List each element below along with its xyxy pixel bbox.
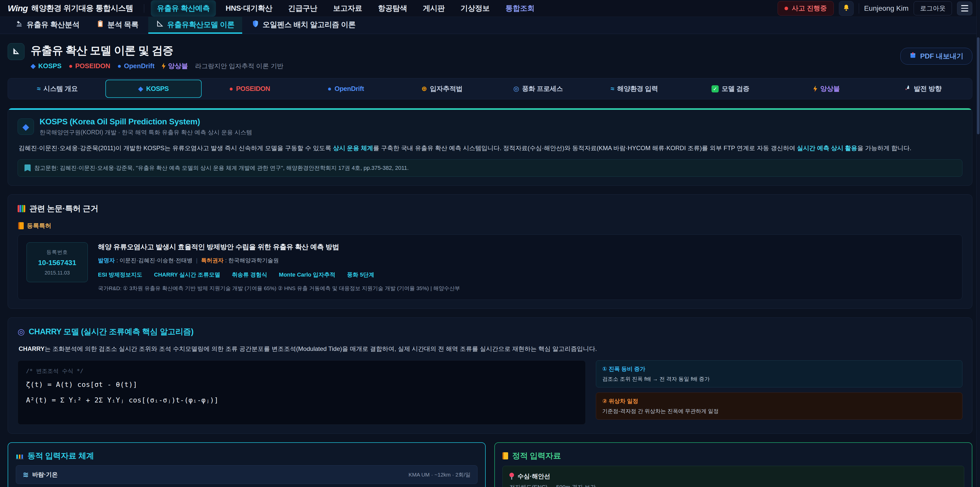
- note-title: ② 위상차 일정: [602, 398, 956, 405]
- patent-registration-box: 등록번호 10-1567431 2015.11.03: [27, 242, 88, 282]
- brand[interactable]: Wing 해양환경 위기대응 통합시스템: [8, 3, 133, 14]
- patent-tag[interactable]: ESI 방제정보지도: [98, 271, 142, 279]
- set-square-icon: [11, 46, 21, 57]
- charry-paragraph: CHARRY는 조화분석에 의한 검조소 실시간 조위와 조석 수치모델링에 의…: [19, 344, 961, 354]
- red-dot-icon: ●: [68, 62, 73, 70]
- section-tab-kosps[interactable]: ◆ KOSPS: [105, 80, 202, 98]
- bolt-icon: [813, 86, 817, 92]
- incident-status-badge[interactable]: 사고 진행중: [778, 1, 834, 16]
- subtab-diffusion-model-theory[interactable]: 유출유확산모델 이론: [148, 17, 242, 34]
- patent-details: 해양 유류오염사고 발생시 효율적인 방제방안 수립을 위한 유출유 확산 예측…: [98, 242, 953, 292]
- dynamic-input-rows: ≋ 바람·기온 KMA UM · ~12km · 2회/일 ≈ 해류(표층): [16, 465, 477, 487]
- inventors-label: 발명자: [98, 257, 115, 263]
- top-bar: Wing 해양환경 위기대응 통합시스템 유출유 확산예측 HNS·대기확산 긴…: [0, 0, 980, 17]
- patent-tag[interactable]: CHARRY 실시간 조류모델: [154, 271, 220, 279]
- blue-dot-icon: ●: [328, 85, 331, 93]
- paragraph-segment: 김혜진·이문진·오세웅·강준묵(2011)이 개발한 KOSPS는 유류오염사고…: [19, 145, 333, 152]
- shield-icon: [252, 20, 259, 29]
- patent-card: 등록번호 10-1567431 2015.11.03 해양 유류오염사고 발생시…: [18, 235, 963, 300]
- patent-meta-line: 발명자 : 이문진·김혜진·이승현·전태병|특허권자 : 한국해양과학기술원: [98, 257, 953, 264]
- page-title: 유출유 확산 모델 이론 및 검증: [30, 43, 283, 58]
- page-subtitle: 라그랑지안 입자추적 이론 기반: [195, 62, 283, 70]
- diamond-icon: ◆: [30, 62, 36, 70]
- brand-divider: [144, 4, 144, 13]
- paragraph-segment: 상시 운용 체계: [333, 145, 373, 152]
- formula-amplitude: A²(t) = Σ Yᵢ² + 2Σ YᵢYⱼ cos[(σᵢ-σⱼ)t-(φᵢ…: [26, 396, 577, 404]
- section-tab-overview[interactable]: ≈ 시스템 개요: [9, 80, 105, 98]
- incident-label: 사고 진행중: [792, 4, 827, 13]
- kosps-header: ◆ KOSPS (Korea Oil Spill Prediction Syst…: [18, 117, 963, 136]
- section-tab-weathering[interactable]: ◎ 풍화 프로세스: [490, 80, 586, 98]
- section-tab-opendrift[interactable]: ● OpenDrift: [298, 80, 394, 98]
- microscope-icon: [15, 20, 23, 29]
- kosps-subtitle: 한국해양연구원(KORDI) 개발 · 한국 해역 특화 유출유 확산 예측 상…: [40, 128, 252, 136]
- inventors-value: : 이문진·김혜진·이승현·전태병: [115, 257, 192, 263]
- section-tab-future[interactable]: 발전 방향: [875, 80, 971, 98]
- blue-dot-icon: ●: [118, 62, 121, 70]
- nav-emergency-rescue[interactable]: 긴급구난: [282, 0, 323, 17]
- nav-reports[interactable]: 보고자료: [327, 0, 368, 17]
- hamburger-menu-button[interactable]: [957, 2, 972, 15]
- papers-patents-card: 관련 논문·특허 근거 등록특허 등록번호 10-1567431 2015.11…: [8, 194, 972, 309]
- nav-weather-info[interactable]: 기상정보: [454, 0, 496, 17]
- note-desc: 기준점-격자점 간 위상차는 진폭에 무관하게 일정: [602, 407, 956, 415]
- patent-tag[interactable]: Monte Carlo 입자추적: [279, 271, 335, 279]
- section-tab-model-validation[interactable]: ✓ 모델 검증: [682, 80, 779, 98]
- dynamic-input-value: KMA UM · ~12km · 2회/일: [409, 471, 471, 478]
- subtab-analysis-list[interactable]: 분석 목록: [89, 17, 146, 34]
- assignee-value: : 한국해양과학기술원: [224, 257, 279, 263]
- assignee-label: 특허권자: [201, 257, 224, 263]
- paragraph-segment: 실시간 예측 상시 활용: [797, 145, 857, 152]
- charry-notes: ① 진폭 등비 증가 검조소 조위 진폭 f배 → 전 격자 동일 f배 증가 …: [596, 360, 963, 425]
- subtab-spill-analysis[interactable]: 유출유 확산분석: [8, 17, 87, 34]
- patent-tag[interactable]: 취송류 경험식: [232, 271, 267, 279]
- section-tab-poseidon[interactable]: ● POSEIDON: [202, 80, 298, 98]
- bathymetry-coastline-item: 수심·해안선 전자해도(ENC) → 500m 격자 보간: [503, 466, 964, 487]
- diamond-icon: ◆: [138, 85, 143, 93]
- scrollbar-thumb[interactable]: [977, 37, 980, 134]
- badge-kosps: ◆KOSPS: [30, 62, 62, 70]
- page-content: 유출유 확산 모델 이론 및 검증 ◆KOSPS ●POSEIDON ●Open…: [0, 34, 980, 487]
- amplitude-note-box: ① 진폭 등비 증가 검조소 조위 진폭 f배 → 전 격자 동일 f배 증가: [596, 360, 963, 387]
- section-tab-ensemble[interactable]: 앙상블: [778, 80, 875, 98]
- nav-integrated-search[interactable]: 통합조회: [499, 0, 541, 17]
- wave-icon: ≈: [611, 85, 614, 93]
- compass-icon: ⊕: [422, 85, 427, 93]
- page-title-block: 유출유 확산 모델 이론 및 검증 ◆KOSPS ●POSEIDON ●Open…: [30, 43, 283, 70]
- subtab-oil-fence-theory[interactable]: 오일펜스 배치 알고리즘 이론: [244, 17, 363, 34]
- note-desc: 검조소 조위 진폭 f배 → 전 격자 동일 f배 증가: [602, 375, 956, 383]
- nav-oil-spill-prediction[interactable]: 유출유 확산예측: [151, 0, 216, 17]
- topbar-right: 사고 진행중 Eunjeong Kim 로그아웃: [778, 1, 972, 16]
- kosps-icon-box: ◆: [18, 118, 34, 135]
- note-title: ① 진폭 등비 증가: [602, 365, 956, 373]
- section-tab-ocean-env-input[interactable]: ≈ 해양환경 입력: [586, 80, 682, 98]
- section-tab-particle-tracking[interactable]: ⊕ 입자추적법: [394, 80, 490, 98]
- registration-number: 10-1567431: [32, 259, 83, 267]
- paragraph-segment: 을 가능하게 합니다.: [857, 145, 912, 152]
- scrollbar-track[interactable]: [977, 0, 980, 487]
- phase-note-box: ② 위상차 일정 기준점-격자점 간 위상차는 진폭에 무관하게 일정: [596, 393, 963, 420]
- registration-number-label: 등록번호: [32, 249, 83, 255]
- papers-section-title: 관련 논문·특허 근거: [18, 203, 963, 214]
- incident-dot-icon: [784, 6, 788, 10]
- patent-tag[interactable]: 풍화 5단계: [347, 271, 374, 279]
- cyclone-icon: ◎: [18, 327, 24, 337]
- topbar-divider: [859, 3, 859, 14]
- notification-button[interactable]: [839, 1, 854, 16]
- formula-zeta: ζ(t) = A(t) cos[σt - θ(t)]: [26, 380, 577, 388]
- nav-board[interactable]: 게시판: [417, 0, 451, 17]
- logout-button[interactable]: 로그아웃: [914, 1, 952, 15]
- charry-title-row: ◎ CHARRY 모델 (실시간 조류예측 핵심 알고리즘): [18, 326, 963, 337]
- input-data-columns: 동적 입력자료 체계 ≋ 바람·기온 KMA UM · ~12km · 2회/일: [8, 442, 972, 487]
- pdf-export-button[interactable]: PDF 내보내기: [900, 48, 972, 65]
- reference-bookmark-icon: [24, 164, 30, 172]
- section-tab-bar: ≈ 시스템 개요 ◆ KOSPS ● POSEIDON ● OpenDrift …: [8, 78, 972, 99]
- dynamic-input-label: 바람·기온: [32, 471, 58, 479]
- badge-ensemble: 앙상블: [162, 62, 188, 70]
- nav-aerial-search[interactable]: 항공탐색: [372, 0, 413, 17]
- nav-hns-diffusion[interactable]: HNS·대기확산: [220, 0, 278, 17]
- code-comment: /* 변조조석 수식 */: [26, 367, 577, 375]
- item-desc: 전자해도(ENC) → 500m 격자 보간: [509, 484, 957, 487]
- charry-title: CHARRY 모델 (실시간 조류예측 핵심 알고리즘): [29, 326, 193, 337]
- bell-icon: [842, 4, 850, 13]
